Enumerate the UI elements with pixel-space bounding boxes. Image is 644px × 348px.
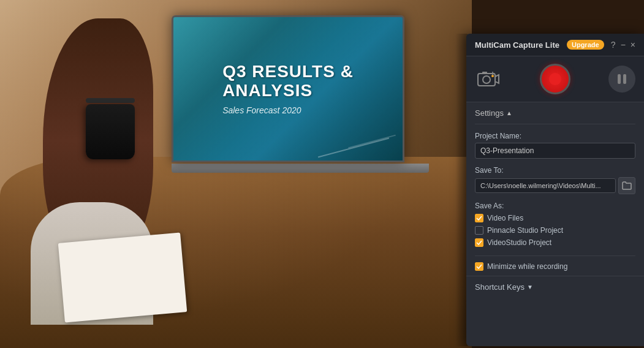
svg-rect-3	[482, 72, 487, 74]
laptop-base	[172, 164, 429, 173]
save-to-label: Save To:	[475, 166, 635, 175]
help-icon[interactable]: ?	[611, 40, 616, 50]
control-bar	[466, 56, 644, 102]
project-name-label: Project Name:	[475, 132, 635, 140]
save-as-label: Save As:	[475, 202, 635, 210]
videostudio-row: VideoStudio Project	[475, 238, 635, 247]
deco-line-1	[318, 138, 389, 158]
minimize-label: Minimize while recording	[487, 262, 567, 271]
camera-settings-button[interactable]	[475, 69, 502, 89]
svg-point-1	[483, 76, 490, 83]
shortcut-keys-label: Shortcut Keys	[475, 282, 525, 292]
close-icon[interactable]: ×	[631, 40, 635, 50]
presentation-content: Q3 RESULTS & ANALYSIS Sales Forecast 202…	[204, 50, 372, 127]
pinnacle-label: Pinnacle Studio Project	[487, 226, 563, 235]
minimize-window-icon[interactable]: −	[621, 40, 626, 50]
browse-folder-button[interactable]	[618, 177, 635, 194]
settings-label: Settings	[475, 108, 504, 118]
presentation-title: Q3 RESULTS & ANALYSIS	[222, 62, 354, 100]
panel-shadow	[455, 34, 468, 346]
folder-icon	[622, 181, 632, 190]
shortcut-keys-arrow: ▼	[527, 284, 533, 290]
pause-bar-left	[618, 74, 621, 84]
minimize-checkbox[interactable]	[475, 262, 483, 271]
settings-arrow: ▲	[506, 110, 512, 116]
upgrade-button[interactable]: Upgrade	[567, 40, 604, 50]
coffee-cup	[86, 98, 141, 165]
pinnacle-row: Pinnacle Studio Project	[475, 226, 635, 235]
notebook	[58, 233, 188, 323]
app-title: MultiCam Capture Lite	[475, 40, 559, 50]
laptop: Q3 RESULTS & ANALYSIS Sales Forecast 202…	[172, 15, 435, 193]
pause-button[interactable]	[608, 66, 635, 93]
svg-marker-2	[495, 75, 499, 83]
check-icon-2	[476, 240, 482, 245]
record-dot	[549, 73, 561, 85]
videostudio-checkbox[interactable]	[475, 238, 483, 247]
deco-line-2	[348, 135, 396, 149]
laptop-screen: Q3 RESULTS & ANALYSIS Sales Forecast 202…	[172, 15, 404, 162]
save-as-section: Save As: Video Files Pinnacle Studio Pro…	[475, 202, 635, 247]
settings-toggle[interactable]: Settings ▲	[475, 102, 635, 124]
record-button[interactable]	[540, 64, 570, 94]
pinnacle-checkbox[interactable]	[475, 226, 483, 235]
background-photo: Q3 RESULTS & ANALYSIS Sales Forecast 202…	[0, 0, 472, 348]
presentation-subtitle: Sales Forecast 2020	[222, 105, 354, 115]
project-name-input[interactable]	[475, 143, 635, 159]
panel-content: Settings ▲ Project Name: Save To: Save A…	[466, 102, 644, 271]
save-to-row	[475, 177, 635, 194]
pause-bar-right	[623, 74, 626, 84]
minimize-row: Minimize while recording	[475, 255, 635, 271]
shortcut-keys-toggle[interactable]: Shortcut Keys ▼	[466, 276, 644, 298]
videostudio-label: VideoStudio Project	[487, 238, 551, 247]
video-files-label: Video Files	[487, 214, 523, 222]
camera-icon	[477, 70, 499, 88]
check-icon-3	[476, 264, 482, 269]
app-panel: MultiCam Capture Lite Upgrade ? − ×	[466, 34, 644, 346]
check-icon	[476, 216, 482, 221]
panel-header: MultiCam Capture Lite Upgrade ? − ×	[466, 34, 644, 56]
video-files-row: Video Files	[475, 214, 635, 222]
header-controls: ? − ×	[611, 40, 635, 50]
save-to-input[interactable]	[475, 178, 616, 193]
video-files-checkbox[interactable]	[475, 214, 483, 222]
